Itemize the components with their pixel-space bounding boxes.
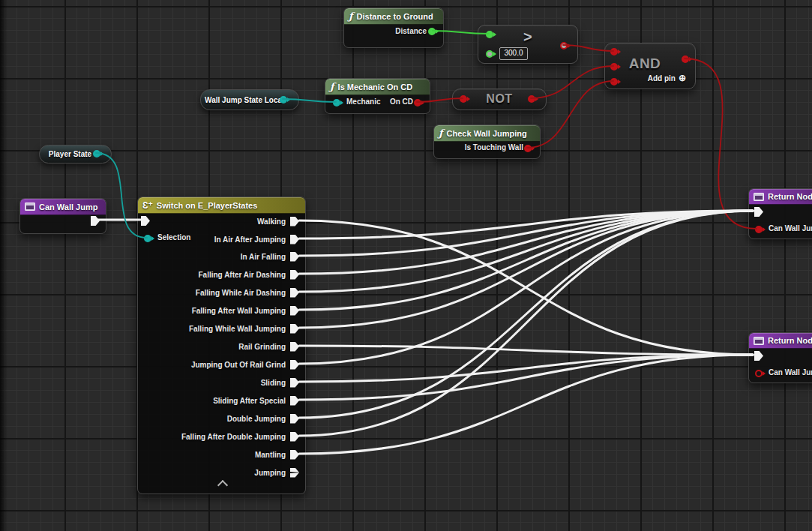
add-pin-icon: ⊕ bbox=[679, 74, 686, 82]
can-wall-jump-exec-output-pin[interactable] bbox=[91, 216, 100, 226]
wall-jump-state-local-output-pin[interactable] bbox=[280, 96, 287, 104]
switch-case-exec-pin-jumping[interactable] bbox=[290, 468, 299, 478]
node-header[interactable]: ƒ Check Wall Jumping bbox=[434, 125, 540, 142]
switch-case-row: Falling After Air Dashing bbox=[138, 268, 305, 280]
switch-case-label: Walking bbox=[257, 218, 286, 226]
player-state-output-pin[interactable] bbox=[93, 150, 100, 158]
greater-value-input[interactable]: 300.0 bbox=[499, 47, 528, 60]
node-header[interactable]: Can Wall Jump bbox=[20, 199, 106, 215]
switch-case-label: Sliding bbox=[261, 379, 286, 387]
on-cd-output-pin[interactable] bbox=[414, 99, 421, 106]
node-return-1[interactable]: Return Node Can Wall Jump? bbox=[748, 188, 812, 239]
switch-case-label: Double Jumping bbox=[227, 415, 286, 423]
switch-case-exec-pin-falling-after-air-dashing[interactable] bbox=[290, 270, 299, 280]
node-player-state[interactable]: Player State bbox=[39, 145, 112, 164]
function-icon: ƒ bbox=[439, 128, 443, 138]
switch-case-label: Jumping bbox=[254, 469, 286, 477]
return-node-icon bbox=[754, 193, 764, 201]
node-wall-jump-state-local[interactable]: Wall Jump State Local bbox=[200, 89, 299, 110]
node-can-wall-jump[interactable]: Can Wall Jump bbox=[19, 198, 106, 234]
mechanic-input-pin[interactable] bbox=[333, 99, 340, 106]
switch-case-exec-pin-falling-after-wall-jumping[interactable] bbox=[290, 306, 299, 316]
node-title: Return Node bbox=[768, 192, 812, 201]
switch-case-row: Sliding bbox=[138, 376, 305, 388]
switch-case-label: Jumping Out Of Rail Grind bbox=[191, 361, 286, 369]
switch-case-row: Falling While Air Dashing bbox=[138, 286, 305, 298]
node-header[interactable]: ƒ Is Mechanic On CD bbox=[325, 79, 430, 95]
and-output-pin[interactable] bbox=[682, 56, 689, 63]
node-return-2[interactable]: Return Node Can Wall Jump? bbox=[748, 332, 812, 383]
node-is-mechanic-on-cd[interactable]: ƒ Is Mechanic On CD Mechanic On CD bbox=[325, 78, 430, 114]
switch-case-row: Sliding After Special bbox=[138, 394, 305, 406]
return-2-can-wall-jump-pin[interactable] bbox=[755, 370, 763, 377]
switch-case-row: Rail Grinding bbox=[138, 340, 305, 352]
return-2-exec-input-pin[interactable] bbox=[754, 351, 763, 361]
switch-case-exec-pin-mantling[interactable] bbox=[290, 450, 299, 460]
distance-pin-label: Distance bbox=[395, 27, 427, 35]
switch-case-row: Falling While Wall Jumping bbox=[138, 322, 305, 334]
and-label: AND bbox=[605, 56, 685, 72]
distance-output-pin[interactable] bbox=[428, 28, 436, 35]
function-entry-icon bbox=[25, 202, 35, 211]
switch-case-exec-pin-jumping-out-of-rail-grind[interactable] bbox=[290, 360, 299, 370]
switch-case-exec-pin-in-air-after-jumping[interactable] bbox=[290, 235, 299, 244]
switch-case-rows: WalkingIn Air After JumpingIn Air Fallin… bbox=[138, 197, 305, 494]
greater-output-pin[interactable] bbox=[560, 42, 568, 50]
is-touching-wall-output-pin[interactable] bbox=[524, 145, 532, 152]
wire-sw.case4-to-rn1.exec bbox=[299, 211, 753, 292]
return-1-pin-label: Can Wall Jump? bbox=[769, 224, 812, 232]
is-touching-wall-pin-label: Is Touching Wall bbox=[465, 143, 523, 152]
node-title: Is Mechanic On CD bbox=[338, 82, 413, 92]
wire-sw.case12-to-rn1.exec bbox=[299, 211, 753, 436]
not-output-pin[interactable] bbox=[528, 95, 535, 103]
node-title: Check Wall Jumping bbox=[447, 129, 527, 138]
node-header[interactable]: Return Node bbox=[749, 189, 812, 205]
switch-case-label: In Air After Jumping bbox=[214, 236, 286, 244]
node-distance-to-ground[interactable]: ƒ Distance to Ground Distance bbox=[343, 8, 444, 48]
node-header[interactable]: Return Node bbox=[749, 333, 812, 349]
node-and[interactable]: AND Add pin ⊕ bbox=[604, 43, 696, 89]
wire-sw.case11-to-rn1.exec bbox=[299, 211, 753, 418]
add-pin-button[interactable]: Add pin ⊕ bbox=[648, 74, 686, 82]
wire-sw.case1-to-rn1.exec bbox=[299, 211, 753, 238]
switch-case-row: Mantling bbox=[138, 448, 305, 460]
wire-sw.case3-to-rn1.exec bbox=[299, 211, 753, 274]
return-1-can-wall-jump-pin[interactable] bbox=[755, 226, 763, 233]
wire-sw.case5-to-rn1.exec bbox=[299, 211, 753, 310]
add-pin-label: Add pin bbox=[648, 74, 676, 82]
node-check-wall-jumping[interactable]: ƒ Check Wall Jumping Is Touching Wall bbox=[433, 124, 541, 159]
blueprint-graph-canvas[interactable]: ƒ Distance to Ground Distance > 300.0 Wa… bbox=[0, 0, 812, 531]
switch-case-row: Double Jumping bbox=[138, 412, 305, 424]
switch-case-exec-pin-rail-grinding[interactable] bbox=[290, 342, 299, 352]
switch-case-exec-pin-falling-after-double-jumping[interactable] bbox=[290, 432, 299, 442]
return-2-pin-label: Can Wall Jump? bbox=[769, 368, 812, 376]
return-1-exec-input-pin[interactable] bbox=[754, 207, 763, 217]
greater-input-b-pin[interactable] bbox=[486, 50, 493, 58]
switch-case-row: In Air Falling bbox=[138, 250, 305, 262]
switch-case-exec-pin-in-air-falling[interactable] bbox=[290, 252, 299, 262]
switch-case-exec-pin-sliding-after-special[interactable] bbox=[290, 396, 299, 406]
switch-case-exec-pin-falling-while-air-dashing[interactable] bbox=[290, 288, 299, 298]
greater-input-a-pin[interactable] bbox=[486, 31, 493, 38]
return-node-icon bbox=[754, 337, 764, 345]
node-not[interactable]: NOT bbox=[452, 88, 547, 110]
switch-case-exec-pin-falling-while-wall-jumping[interactable] bbox=[290, 324, 299, 334]
and-input-3-pin[interactable] bbox=[610, 78, 618, 86]
function-icon: ƒ bbox=[349, 11, 353, 21]
switch-case-row: Jumping Out Of Rail Grind bbox=[138, 358, 305, 370]
switch-case-row: Falling After Wall Jumping bbox=[138, 304, 305, 316]
wire-sw.case0-to-rn2.exec bbox=[299, 220, 753, 355]
node-header[interactable]: ƒ Distance to Ground bbox=[344, 8, 443, 25]
and-input-1-pin[interactable] bbox=[610, 48, 618, 56]
switch-case-row: Jumping bbox=[138, 466, 305, 478]
node-switch-on-e-playerstates[interactable]: Ɛ⁺ Switch on E_PlayerStates Selection Wa… bbox=[137, 196, 306, 494]
switch-case-label: Falling After Double Jumping bbox=[181, 433, 286, 441]
switch-case-exec-pin-walking[interactable] bbox=[290, 217, 299, 226]
switch-case-exec-pin-double-jumping[interactable] bbox=[290, 414, 299, 424]
node-greater-than[interactable]: > 300.0 bbox=[478, 25, 578, 64]
viewport-edge-shade bbox=[0, 0, 7, 531]
switch-case-label: Falling After Wall Jumping bbox=[192, 307, 286, 315]
node-title: Can Wall Jump bbox=[39, 202, 97, 212]
switch-case-exec-pin-sliding[interactable] bbox=[290, 378, 299, 388]
wire-sw.case2-to-rn1.exec bbox=[299, 211, 753, 256]
